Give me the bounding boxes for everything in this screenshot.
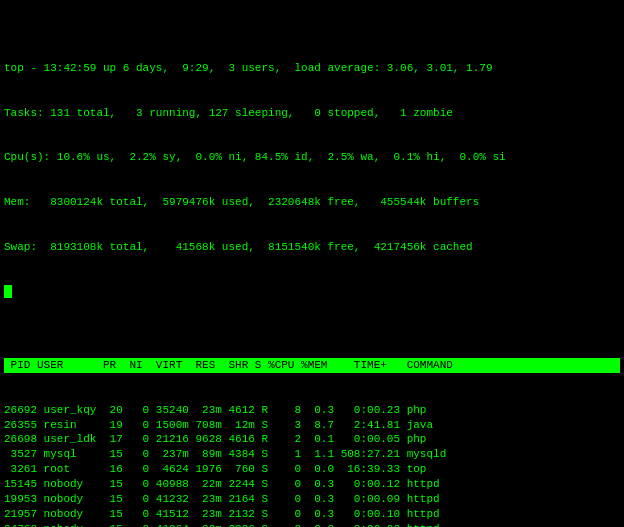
table-row: 3261 root 16 0 4624 1976 760 S 0 0.0 16:… (4, 462, 620, 477)
process-list: 26692 user_kqy 20 0 35240 23m 4612 R 8 0… (4, 403, 620, 527)
terminal: top - 13:42:59 up 6 days, 9:29, 3 users,… (0, 0, 624, 527)
header-line-2: Tasks: 131 total, 3 running, 127 sleepin… (4, 106, 620, 121)
header-line-5: Swap: 8193108k total, 41568k used, 81515… (4, 240, 620, 255)
table-row: 26698 user_ldk 17 0 21216 9628 4616 R 2 … (4, 432, 620, 447)
cursor-line (4, 284, 620, 299)
table-row: 15145 nobody 15 0 40988 22m 2244 S 0 0.3… (4, 477, 620, 492)
table-header: PID USER PR NI VIRT RES SHR S %CPU %MEM … (4, 358, 620, 373)
header-line-3: Cpu(s): 10.6% us, 2.2% sy, 0.0% ni, 84.5… (4, 150, 620, 165)
table-row: 24760 nobody 15 0 41364 23m 2236 S 0 0.3… (4, 522, 620, 527)
table-row: 26355 resin 19 0 1500m 708m 12m S 3 8.7 … (4, 418, 620, 433)
header-line-1: top - 13:42:59 up 6 days, 9:29, 3 users,… (4, 61, 620, 76)
header-line-4: Mem: 8300124k total, 5979476k used, 2320… (4, 195, 620, 210)
header-section: top - 13:42:59 up 6 days, 9:29, 3 users,… (4, 32, 620, 329)
table-row: 19953 nobody 15 0 41232 23m 2164 S 0 0.3… (4, 492, 620, 507)
table-row: 3527 mysql 15 0 237m 89m 4384 S 1 1.1 50… (4, 447, 620, 462)
table-row: 21957 nobody 15 0 41512 23m 2132 S 0 0.3… (4, 507, 620, 522)
table-row: 26692 user_kqy 20 0 35240 23m 4612 R 8 0… (4, 403, 620, 418)
